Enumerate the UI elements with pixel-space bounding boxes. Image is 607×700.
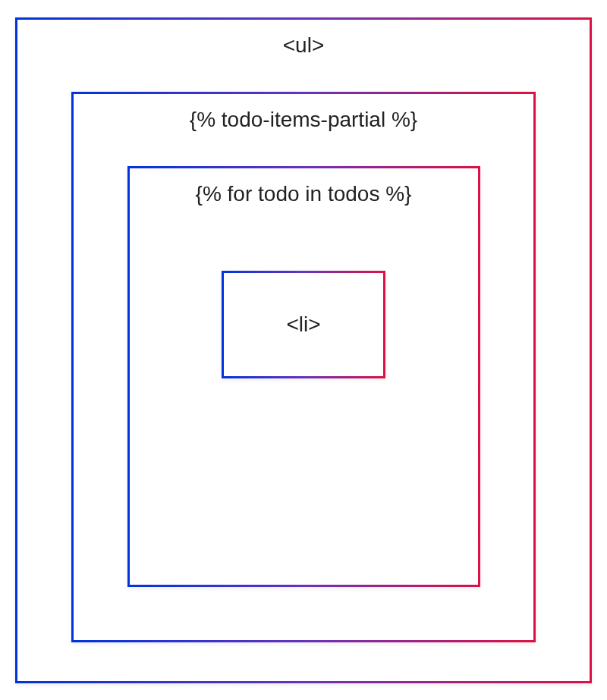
inner-label: {% for todo in todos %} [196, 182, 412, 206]
middle-label: {% todo-items-partial %} [190, 108, 417, 132]
outer-box: <ul> {% todo-items-partial %} {% for tod… [15, 17, 592, 683]
middle-box: {% todo-items-partial %} {% for todo in … [71, 92, 536, 642]
outer-label: <ul> [283, 33, 325, 58]
inner-box: {% for todo in todos %} <li> [127, 166, 480, 587]
innermost-box: <li> [222, 271, 385, 378]
innermost-label: <li> [286, 312, 320, 337]
